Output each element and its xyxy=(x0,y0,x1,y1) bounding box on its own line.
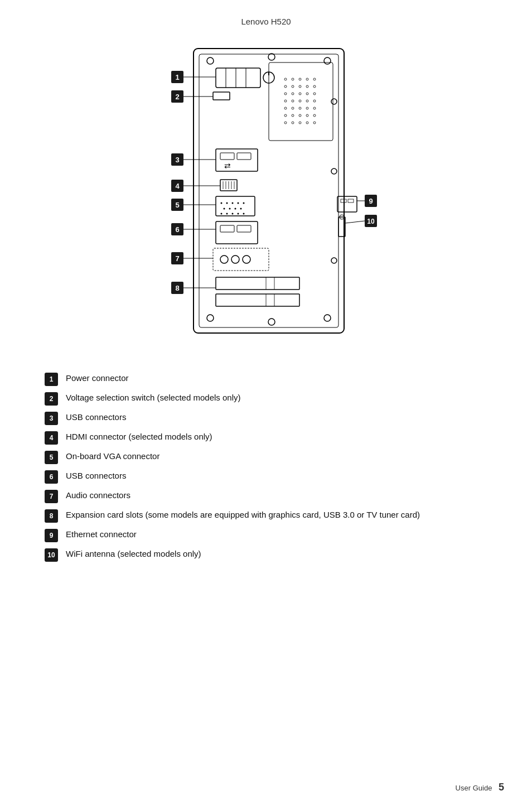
svg-point-71 xyxy=(229,208,231,210)
legend-badge: 1 xyxy=(45,373,58,386)
svg-point-6 xyxy=(268,319,275,325)
svg-point-24 xyxy=(284,85,287,88)
svg-point-76 xyxy=(232,213,234,215)
svg-point-32 xyxy=(306,93,308,95)
svg-point-40 xyxy=(292,107,294,109)
svg-point-27 xyxy=(306,85,308,88)
svg-point-8 xyxy=(331,99,337,104)
legend-badge: 7 xyxy=(45,490,58,503)
svg-rect-81 xyxy=(237,225,251,232)
svg-point-38 xyxy=(313,100,316,102)
legend-item: 6USB connectors xyxy=(45,470,487,484)
svg-rect-92 xyxy=(337,196,357,212)
svg-point-47 xyxy=(306,114,308,117)
legend-badge: 2 xyxy=(45,392,58,406)
legend-text: Voltage selection switch (selected model… xyxy=(66,392,241,403)
svg-point-25 xyxy=(292,85,294,88)
svg-rect-11 xyxy=(216,68,260,88)
svg-rect-55 xyxy=(220,153,234,160)
svg-rect-79 xyxy=(216,221,258,244)
legend-badge: 8 xyxy=(45,509,58,523)
svg-point-35 xyxy=(292,100,294,102)
svg-point-43 xyxy=(313,107,316,109)
svg-point-49 xyxy=(284,122,287,124)
svg-text:⇄: ⇄ xyxy=(224,161,231,170)
page-title: Lenovo H520 xyxy=(0,0,532,32)
svg-point-74 xyxy=(221,213,223,215)
legend-badge: 10 xyxy=(45,548,58,562)
legend-text: HDMI connector (selected models only) xyxy=(66,431,212,442)
svg-text:10: 10 xyxy=(367,218,375,225)
legend-badge: 3 xyxy=(45,412,58,425)
svg-point-37 xyxy=(306,100,308,102)
svg-point-42 xyxy=(306,107,308,109)
svg-rect-54 xyxy=(216,149,258,171)
legend-item: 8Expansion card slots (some models are e… xyxy=(45,509,487,523)
svg-point-48 xyxy=(313,114,316,117)
svg-point-68 xyxy=(238,202,239,204)
svg-text:3: 3 xyxy=(175,156,179,164)
svg-point-78 xyxy=(243,213,245,215)
svg-text:1: 1 xyxy=(175,73,179,81)
legend-item: 3USB connectors xyxy=(45,411,487,425)
svg-rect-89 xyxy=(216,294,299,306)
footer-page: 5 xyxy=(499,782,504,793)
svg-point-41 xyxy=(299,107,301,109)
svg-point-52 xyxy=(306,122,308,124)
svg-point-46 xyxy=(299,114,301,117)
svg-rect-82 xyxy=(213,248,269,271)
legend-text: On-board VGA connector xyxy=(66,450,159,462)
svg-rect-17 xyxy=(213,92,230,100)
legend-text: Ethernet connector xyxy=(66,528,137,540)
computer-diagram: ⇄ xyxy=(138,37,394,355)
svg-point-33 xyxy=(313,93,316,95)
svg-point-85 xyxy=(243,255,250,263)
svg-line-126 xyxy=(345,221,365,223)
svg-point-5 xyxy=(207,315,214,321)
svg-rect-94 xyxy=(348,199,354,202)
svg-text:2: 2 xyxy=(175,93,179,101)
svg-point-65 xyxy=(221,202,223,204)
svg-point-66 xyxy=(226,202,228,204)
svg-point-45 xyxy=(292,114,294,117)
svg-rect-86 xyxy=(216,277,299,290)
svg-point-19 xyxy=(284,78,287,80)
legend-badge: 5 xyxy=(45,451,58,464)
legend-item: 4HDMI connector (selected models only) xyxy=(45,431,487,445)
svg-point-22 xyxy=(306,78,308,80)
svg-point-73 xyxy=(240,208,242,210)
svg-point-34 xyxy=(284,100,287,102)
legend-section: 1Power connector2Voltage selection switc… xyxy=(0,361,532,578)
svg-point-7 xyxy=(324,315,331,321)
svg-point-75 xyxy=(226,213,228,215)
svg-point-39 xyxy=(284,107,287,109)
svg-rect-80 xyxy=(220,225,234,232)
svg-point-30 xyxy=(292,93,294,95)
svg-point-26 xyxy=(299,85,301,88)
svg-point-31 xyxy=(299,93,301,95)
svg-text:8: 8 xyxy=(175,284,179,292)
svg-point-84 xyxy=(231,255,239,263)
legend-text: USB connectors xyxy=(66,470,126,481)
legend-text: USB connectors xyxy=(66,411,126,423)
svg-rect-56 xyxy=(237,153,251,160)
legend-text: Power connector xyxy=(66,372,129,384)
svg-point-77 xyxy=(238,213,239,215)
legend-item: 9Ethernet connector xyxy=(45,528,487,542)
svg-point-67 xyxy=(232,202,234,204)
svg-point-28 xyxy=(313,85,316,88)
legend-item: 1Power connector xyxy=(45,372,487,386)
svg-text:7: 7 xyxy=(175,254,179,263)
svg-text:6: 6 xyxy=(175,225,179,234)
svg-point-2 xyxy=(207,57,214,64)
svg-point-69 xyxy=(243,202,245,204)
legend-text: Audio connectors xyxy=(66,489,130,501)
legend-text: Expansion card slots (some models are eq… xyxy=(66,509,420,520)
svg-point-3 xyxy=(268,54,275,60)
svg-point-70 xyxy=(224,208,225,210)
svg-text:5: 5 xyxy=(175,201,179,209)
footer-label: User Guide xyxy=(456,784,492,792)
legend-item: 7Audio connectors xyxy=(45,489,487,503)
svg-point-29 xyxy=(284,93,287,95)
legend-badge: 6 xyxy=(45,470,58,484)
